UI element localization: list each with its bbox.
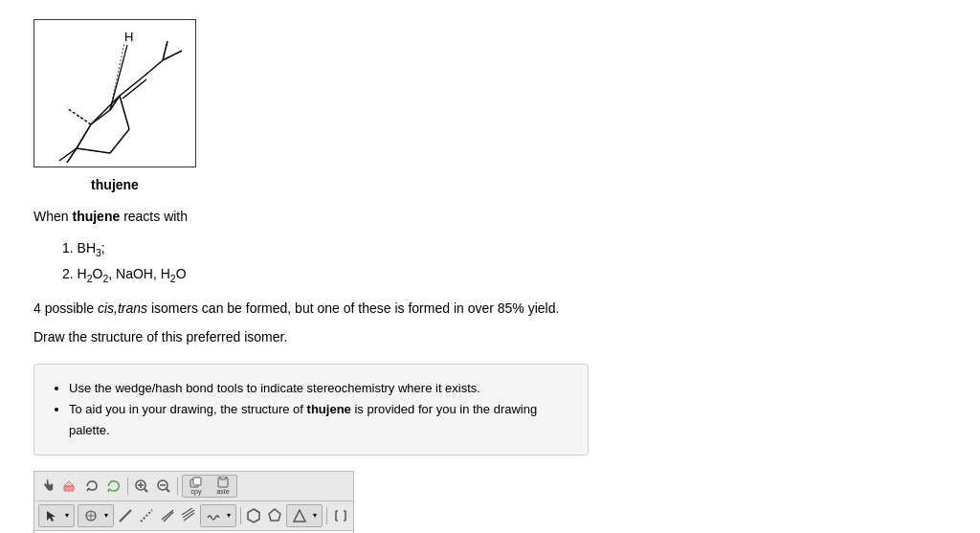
triangle-dropdown[interactable]: ▾: [310, 505, 320, 526]
triangle-tool[interactable]: [289, 505, 310, 526]
copy-tool[interactable]: cpy: [183, 476, 210, 497]
svg-line-2: [77, 148, 110, 153]
lasso-tool[interactable]: [81, 476, 102, 497]
molecule-name-bold: thujene: [72, 209, 120, 224]
molecule-label: thujene: [33, 177, 196, 192]
pentagon-tool[interactable]: [265, 505, 285, 526]
svg-line-26: [167, 489, 169, 492]
svg-marker-43: [269, 509, 280, 521]
svg-line-3: [110, 129, 129, 153]
paste-tool[interactable]: aste: [210, 476, 236, 497]
svg-text:H: H: [124, 30, 133, 44]
svg-line-35: [120, 510, 131, 522]
svg-line-4: [120, 96, 129, 129]
triangle-group: ▾: [286, 504, 323, 527]
reaction-steps: 1. BH3; 2. H2O2, NaOH, H2O: [62, 236, 636, 287]
svg-line-12: [144, 60, 163, 77]
hexagon-tool[interactable]: [244, 505, 264, 526]
hint-box: Use the wedge/hash bond tools to indicat…: [33, 364, 589, 455]
svg-line-8: [110, 45, 127, 110]
toolbar-row-1: cpy aste: [34, 472, 353, 501]
wavy-dropdown[interactable]: ▾: [224, 505, 234, 526]
reaction-step-2: 2. H2O2, NaOH, H2O: [62, 262, 636, 288]
bond-double-tool[interactable]: [157, 505, 177, 526]
svg-line-36: [141, 510, 152, 522]
bond-wavy-group: ▾: [200, 504, 236, 527]
copy-paste-group: cpy aste: [182, 475, 237, 498]
bond-dashed-tool[interactable]: [137, 505, 157, 526]
eraser-tool[interactable]: [59, 476, 80, 497]
svg-line-6: [91, 110, 110, 124]
svg-marker-19: [64, 481, 74, 486]
svg-line-16: [59, 148, 77, 161]
reaction-step-1: 1. BH3;: [62, 236, 636, 262]
toolbar-row-2: ▾ ▾: [34, 501, 353, 531]
drawing-panel: cpy aste ▾ ▾: [33, 471, 354, 533]
svg-rect-30: [220, 477, 226, 479]
svg-marker-42: [248, 509, 259, 522]
molecule-svg: H: [38, 24, 191, 163]
svg-line-11: [122, 79, 146, 99]
arrow-select-tool[interactable]: [41, 505, 62, 526]
svg-line-13: [163, 51, 182, 60]
bond-wavy-tool[interactable]: [203, 505, 224, 526]
select-group: ▾: [38, 504, 75, 527]
atom-group: ▾: [78, 504, 114, 527]
bond-single-tool[interactable]: [116, 505, 136, 526]
yield-text: 4 possible cis,trans isomers can be form…: [33, 298, 636, 319]
hand-tool[interactable]: [37, 476, 58, 497]
svg-marker-31: [47, 511, 56, 522]
svg-line-15: [67, 108, 91, 124]
svg-line-1: [77, 124, 91, 148]
svg-line-23: [145, 489, 147, 492]
svg-line-5: [91, 96, 120, 124]
molecule-structure: H: [33, 19, 196, 167]
hint-item-1: Use the wedge/hash bond tools to indicat…: [69, 378, 570, 399]
svg-line-41: [182, 508, 192, 515]
bracket-tool[interactable]: [330, 505, 350, 526]
hint-item-2: To aid you in your drawing, the structur…: [69, 399, 570, 441]
svg-rect-18: [64, 486, 74, 491]
lasso-tool2[interactable]: [103, 476, 124, 497]
hint-molecule-name: thujene: [307, 402, 351, 416]
bond-triple-tool[interactable]: [178, 505, 198, 526]
question-intro: When thujene reacts with: [33, 206, 636, 227]
svg-rect-28: [193, 477, 201, 485]
arrow-dropdown[interactable]: ▾: [62, 505, 72, 526]
svg-marker-44: [294, 510, 305, 522]
atom-dropdown[interactable]: ▾: [101, 505, 111, 526]
svg-line-14: [163, 41, 167, 60]
draw-instruction: Draw the structure of this preferred iso…: [33, 326, 636, 347]
svg-line-10: [120, 77, 144, 96]
zoom-out-tool[interactable]: [153, 476, 174, 497]
atom-tool[interactable]: [80, 505, 101, 526]
zoom-in-tool[interactable]: [131, 476, 152, 497]
